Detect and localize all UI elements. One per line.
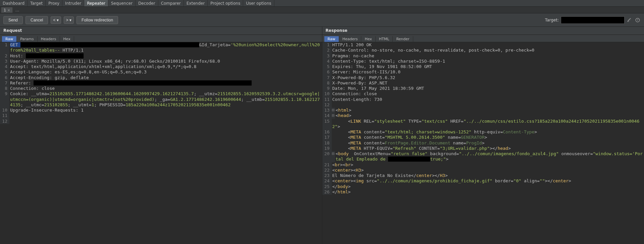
code-line[interactable]: Cache-Control: no-store, no-cache, must-… (332, 48, 644, 53)
main-tab-repeater[interactable]: Repeater (84, 0, 108, 6)
response-title: Response (322, 27, 644, 35)
code-line[interactable]: <META HTTP-EQUIV="Refresh" CONTENT="3;UR… (332, 146, 644, 151)
code-line[interactable]: Pragma: no-cache (332, 53, 644, 59)
code-line[interactable]: HTTP/1.1 200 OK (332, 42, 644, 48)
line-number: 7 (322, 75, 332, 80)
line-number: 12 (322, 102, 332, 108)
main-tab-target[interactable]: Target (28, 0, 46, 6)
code-line[interactable]: <center><H3> (332, 168, 644, 173)
code-line[interactable]: Content-Length: 730 (332, 97, 644, 102)
line-number: 21 (322, 162, 332, 168)
line-number: 2 (322, 48, 332, 53)
code-line[interactable]: Host: ██████████████████████ (9, 53, 322, 59)
code-line[interactable]: Server: Microsoft-IIS/10.0 (332, 69, 644, 75)
request-view-tabs: RawParamsHeadersHex (0, 35, 322, 42)
response-editor[interactable]: 1HTTP/1.1 200 OK2Cache-Control: no-store… (322, 42, 644, 244)
view-tab-render[interactable]: Render (393, 36, 413, 42)
chevron-right-icon: > (66, 18, 68, 22)
code-line[interactable]: </html> (332, 189, 644, 195)
code-line[interactable]: <body OnContextMenu="return false" backg… (335, 151, 644, 162)
code-line[interactable]: Date: Mon, 17 May 2021 18:30:59 GMT (332, 86, 644, 91)
code-line[interactable]: GET ████████████████████████████████████… (9, 42, 322, 53)
main-tab-decoder[interactable]: Decoder (136, 0, 158, 6)
line-number: 15 (322, 119, 332, 130)
code-line[interactable]: Referer: ███████████████████████████████… (9, 80, 322, 86)
code-line[interactable]: Cookie: __utma=215102855.1771486242.1619… (9, 91, 322, 108)
code-line[interactable]: Accept-Encoding: gzip, deflate (9, 75, 322, 80)
code-line[interactable]: <br><br> (332, 162, 644, 168)
main-tab-extender[interactable]: Extender (184, 0, 208, 6)
chevron-left-icon: < (53, 18, 55, 22)
line-number: 3 (0, 59, 9, 64)
code-line[interactable] (9, 119, 322, 124)
view-tab-html[interactable]: HTML (376, 36, 393, 42)
main-tab-comparer[interactable]: Comparer (158, 0, 184, 6)
response-view-tabs: RawHeadersHexHTMLRender (322, 35, 644, 42)
code-line[interactable]: <META content="MSHTML 5.00.2614.3500" na… (332, 135, 644, 140)
fold-icon[interactable]: ⊟ (332, 108, 335, 113)
code-line[interactable]: Accept-Language: es-ES,es;q=0.8,en-US;q=… (9, 69, 322, 75)
line-number: 4 (0, 64, 9, 69)
code-line[interactable]: </body> (332, 184, 644, 189)
main-tab-dashboard[interactable]: Dashboard (0, 0, 28, 6)
code-line[interactable]: <head> (335, 113, 644, 118)
code-line[interactable]: <META content="text/html; charset=window… (332, 129, 644, 135)
target-input[interactable] (561, 16, 625, 24)
code-line[interactable]: Connection: close (332, 91, 644, 97)
code-line[interactable]: X-Powered-By: ASP.NET (332, 80, 644, 86)
line-number: 13 (322, 108, 332, 113)
main-tab-intruder[interactable]: Intruder (62, 0, 84, 6)
fold-icon[interactable]: ⊟ (332, 151, 335, 162)
line-number: 16 (322, 129, 332, 135)
svg-text:?: ? (637, 18, 638, 21)
line-number: 12 (0, 119, 9, 124)
request-pane: Request RawParamsHeadersHex 1GET ███████… (0, 27, 322, 244)
line-number: 11 (322, 97, 332, 102)
line-number: 6 (322, 69, 332, 75)
next-button[interactable]: > ▾ (64, 16, 74, 24)
close-icon[interactable]: × (7, 8, 10, 12)
cancel-button[interactable]: Cancel (25, 16, 48, 24)
view-tab-hex[interactable]: Hex (361, 36, 375, 42)
code-line[interactable]: <META content=FrontPage.Editor.Document … (332, 140, 644, 146)
code-line[interactable]: X-Powered-By: PHP/5.6.32 (332, 75, 644, 80)
request-editor[interactable]: 1GET ███████████████████████████████████… (0, 42, 322, 244)
view-tab-params[interactable]: Params (17, 36, 38, 42)
pencil-icon[interactable] (627, 17, 633, 23)
view-tab-headers[interactable]: Headers (38, 36, 60, 42)
line-number: 23 (322, 173, 332, 178)
main-tab-user-options[interactable]: User options (243, 0, 274, 6)
main-tab-project-options[interactable]: Project options (208, 0, 243, 6)
request-title: Request (0, 27, 322, 35)
code-line[interactable]: Upgrade-Insecure-Requests: 1 (9, 108, 322, 113)
code-line[interactable] (9, 113, 322, 118)
repeater-tab-1[interactable]: 1 × (1, 7, 12, 13)
code-line[interactable]: <html> (335, 108, 644, 113)
line-number: 11 (0, 113, 9, 118)
code-line[interactable]: Expires: Thu, 19 Nov 1981 08:52:00 GMT (332, 64, 644, 69)
code-line[interactable]: El Número de Tarjeta No Existe</center><… (332, 173, 644, 178)
main-tab-proxy[interactable]: Proxy (46, 0, 62, 6)
more-tabs-icon[interactable]: … (13, 8, 21, 12)
code-line[interactable]: User-Agent: Mozilla/5.0 (X11; Linux x86_… (9, 59, 322, 64)
code-line[interactable]: Content-Type: text/html; charset=ISO-885… (332, 59, 644, 64)
line-number: 25 (322, 184, 332, 189)
view-tab-hex[interactable]: Hex (60, 36, 74, 42)
view-tab-headers[interactable]: Headers (339, 36, 362, 42)
prev-button[interactable]: < ▾ (51, 16, 61, 24)
code-line[interactable]: Connection: close (9, 86, 322, 91)
code-line[interactable]: <LINK REL="stylesheet" TYPE="text/css" H… (332, 119, 644, 130)
help-icon[interactable]: ? (635, 17, 641, 23)
send-button[interactable]: Send (3, 16, 23, 24)
view-tab-raw[interactable]: Raw (324, 36, 339, 42)
code-line[interactable] (332, 102, 644, 108)
fold-icon[interactable]: ⊟ (332, 113, 335, 118)
view-tab-raw[interactable]: Raw (2, 36, 17, 42)
line-number: 8 (0, 86, 9, 91)
code-line[interactable]: <center><img src="../../comun/imagenes/p… (332, 178, 644, 184)
code-line[interactable]: Accept: text/html,application/xhtml+xml,… (9, 64, 322, 69)
main-tab-sequencer[interactable]: Sequencer (108, 0, 136, 6)
follow-redirection-button[interactable]: Follow redirection (76, 16, 118, 24)
response-pane: Response RawHeadersHexHTMLRender 1HTTP/1… (322, 27, 644, 244)
line-number: 5 (322, 64, 332, 69)
